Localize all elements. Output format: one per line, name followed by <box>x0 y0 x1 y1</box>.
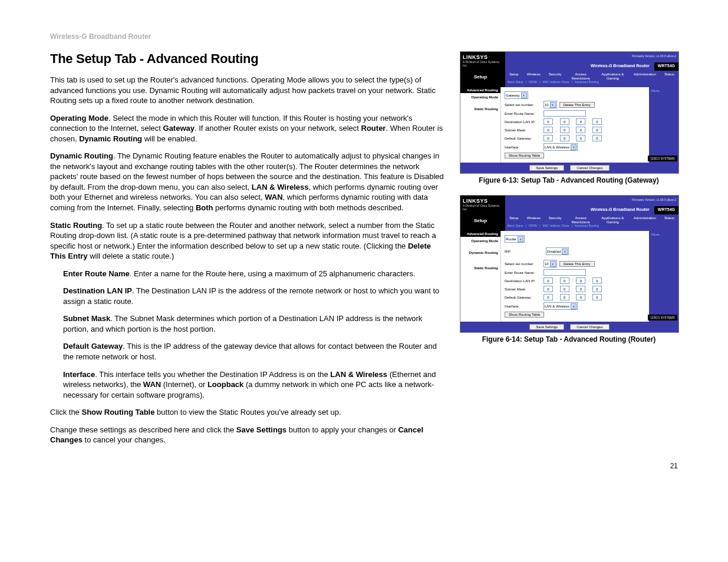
figure-router: LINKSYS A Division of Cisco Systems, Inc… <box>460 195 678 343</box>
subtab-ddns[interactable]: DDNS <box>529 224 537 227</box>
select-set-label: Select set number: <box>505 262 541 266</box>
interface-select[interactable]: LAN & Wireless▾ <box>543 143 578 151</box>
ip-octet-input[interactable]: 0 <box>560 286 569 292</box>
side-static-routing: Static Routing <box>460 105 500 113</box>
dest-ip-label: Destination LAN IP: <box>505 279 541 283</box>
subtab-basic[interactable]: Basic Setup <box>508 224 523 227</box>
setup-label: Setup <box>460 74 500 80</box>
figure-caption-2: Figure 6-14: Setup Tab - Advanced Routin… <box>460 335 678 343</box>
operating-mode-paragraph: Operating Mode. Select the mode in which… <box>50 113 445 144</box>
operating-mode-select[interactable]: Gateway▾ <box>505 91 528 99</box>
model-code: WRT54G <box>654 62 678 71</box>
set-number-select[interactable]: 10▾ <box>543 260 557 267</box>
save-settings-button[interactable]: Save Settings <box>529 165 564 171</box>
ip-octet-input[interactable]: 0 <box>592 135 602 141</box>
ip-octet-input[interactable]: 0 <box>576 135 585 141</box>
route-name-input[interactable] <box>543 269 586 276</box>
setup-label: Setup <box>460 218 500 223</box>
chevron-down-icon: ▾ <box>571 303 577 309</box>
ip-octet-input[interactable]: 0 <box>576 286 585 292</box>
ip-octet-input[interactable]: 0 <box>560 277 569 284</box>
ip-octet-input[interactable]: 0 <box>560 294 569 300</box>
more-link[interactable]: More... <box>649 231 678 238</box>
logo-subtitle: A Division of Cisco Systems, Inc. <box>463 60 503 67</box>
subtab-mac[interactable]: MAC Address Clone <box>542 80 569 84</box>
figures-column: LINKSYS A Division of Cisco Systems, Inc… <box>460 51 678 452</box>
side-operating-mode: Operating Mode <box>460 237 500 245</box>
tab-status[interactable]: Status <box>660 214 678 226</box>
ip-octet-input[interactable]: 0 <box>543 277 553 284</box>
ip-octet-input[interactable]: 0 <box>543 118 553 125</box>
ip-octet-input[interactable]: 0 <box>592 127 602 133</box>
more-link[interactable]: More... <box>649 87 678 94</box>
ip-octet-input[interactable]: 0 <box>543 286 553 292</box>
show-routing-table-button[interactable]: Show Routing Table <box>505 312 544 318</box>
tab-status[interactable]: Status <box>660 71 678 82</box>
chevron-down-icon: ▾ <box>571 144 577 150</box>
cancel-changes-button[interactable]: Cancel Changes <box>570 165 609 171</box>
ip-octet-input[interactable]: 0 <box>543 135 553 141</box>
interface-label: Interface: <box>505 305 541 308</box>
subtab-mac[interactable]: MAC Address Clone <box>542 224 569 227</box>
cisco-logo: CISCO SYSTEMS <box>648 156 677 161</box>
ip-octet-input[interactable]: 0 <box>592 294 602 300</box>
subtab-advanced[interactable]: Advanced Routing <box>575 80 599 84</box>
ip-octet-input[interactable]: 0 <box>576 277 585 284</box>
router-ui-router: LINKSYS A Division of Cisco Systems, Inc… <box>460 195 679 333</box>
router-ui-gateway: LINKSYS A Division of Cisco Systems, Inc… <box>460 51 679 174</box>
document-header: Wireless-G Broadband Router <box>50 32 678 41</box>
delete-entry-button[interactable]: Delete This Entry <box>559 102 595 108</box>
static-routing-paragraph: Static Routing. To set up a static route… <box>50 220 445 262</box>
ip-octet-input[interactable]: 0 <box>560 135 569 141</box>
chevron-down-icon: ▾ <box>562 249 568 254</box>
ip-octet-input[interactable]: 0 <box>592 286 602 292</box>
route-name-input[interactable] <box>543 110 586 117</box>
ip-octet-input[interactable]: 0 <box>543 294 553 300</box>
subtab-ddns[interactable]: DDNS <box>529 80 537 84</box>
ip-octet-input[interactable]: 0 <box>543 127 553 133</box>
chevron-down-icon: ▾ <box>550 102 556 108</box>
interface-item: Interface. This interface tells you whet… <box>63 369 445 401</box>
figure-gateway: LINKSYS A Division of Cisco Systems, Inc… <box>460 51 678 184</box>
figure-caption-1: Figure 6-13: Setup Tab - Advanced Routin… <box>460 176 678 184</box>
cisco-logo: CISCO SYSTEMS <box>648 315 677 320</box>
cancel-changes-button[interactable]: Cancel Changes <box>570 324 609 330</box>
firmware-version: Firmware Version: v1.00.9 allow-2 <box>632 54 676 58</box>
subnet-label: Subnet Mask: <box>505 128 541 132</box>
show-routing-table-button[interactable]: Show Routing Table <box>505 153 544 158</box>
set-number-select[interactable]: 10▾ <box>543 101 557 108</box>
firmware-version: Firmware Version: v1.00.9 allow-2 <box>632 198 676 201</box>
tab-apps[interactable]: Applications & Gaming <box>596 214 630 226</box>
tab-apps[interactable]: Applications & Gaming <box>596 71 630 82</box>
side-header: Advanced Routing <box>460 231 500 237</box>
ip-octet-input[interactable]: 0 <box>576 127 585 133</box>
save-changes-paragraph: Change these settings as described here … <box>50 425 445 445</box>
save-settings-button[interactable]: Save Settings <box>529 324 564 330</box>
rip-select[interactable]: Disabled▾ <box>546 247 569 255</box>
page-number: 21 <box>670 462 678 470</box>
ip-octet-input[interactable]: 0 <box>576 294 585 300</box>
model-code: WRT54G <box>654 206 678 214</box>
side-dynamic-routing: Dynamic Routing <box>460 249 500 257</box>
ip-octet-input[interactable]: 0 <box>560 118 569 125</box>
dest-ip-label: Destination LAN IP: <box>505 120 541 124</box>
select-set-label: Select set number: <box>505 103 541 107</box>
tab-admin[interactable]: Administration <box>630 214 660 226</box>
sub-tabs: Basic Setup | DDNS | MAC Address Clone |… <box>505 80 599 84</box>
sub-tabs: Basic Setup | DDNS | MAC Address Clone |… <box>505 224 599 227</box>
rip-label: RIP: <box>505 250 522 253</box>
operating-mode-select[interactable]: Router▾ <box>505 235 525 243</box>
ip-octet-input[interactable]: 0 <box>592 118 602 125</box>
delete-entry-button[interactable]: Delete This Entry <box>559 261 595 267</box>
ip-octet-input[interactable]: 0 <box>560 127 569 133</box>
chevron-down-icon: ▾ <box>518 236 523 242</box>
intro-paragraph: This tab is used to set up the Router's … <box>50 75 445 106</box>
ip-octet-input[interactable]: 0 <box>592 277 602 284</box>
subnet-label: Subnet Mask: <box>505 287 541 291</box>
gateway-label: Default Gateway: <box>505 296 541 299</box>
ip-octet-input[interactable]: 0 <box>576 118 585 125</box>
subtab-advanced[interactable]: Advanced Routing <box>575 224 599 227</box>
tab-admin[interactable]: Administration <box>630 71 660 82</box>
subtab-basic[interactable]: Basic Setup <box>508 80 523 84</box>
interface-select[interactable]: LAN & Wireless▾ <box>543 302 578 310</box>
